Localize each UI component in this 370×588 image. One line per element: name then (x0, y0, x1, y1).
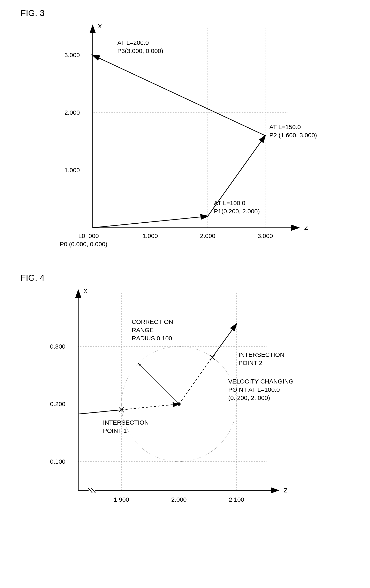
seg-in-solid (79, 410, 121, 414)
fig4-z-axis-label: Z (284, 487, 288, 494)
fig4-ztick-3: 2.100 (229, 496, 244, 503)
fig3-p3-l: AT L=200.0 (117, 39, 149, 46)
fig3-xtick-3: 3.000 (64, 52, 80, 58)
fig3-p0: P0 (0.000, 0.000) (60, 241, 107, 247)
ip1-b: POINT 1 (103, 427, 127, 434)
fig3-x-axis-label: X (98, 23, 102, 30)
fig4-svg: X Z 0.100 0.200 0.300 1.900 2.000 2.100 (31, 285, 339, 521)
fig3-p1-l: AT L=100.0 (214, 200, 245, 206)
fig3-p1: P1(0.200, 2.000) (214, 208, 260, 215)
fig4-xtick-3: 0.300 (50, 343, 65, 350)
vc-1: VELOCITY CHANGING (228, 378, 294, 385)
radius-arrow (138, 363, 179, 404)
seg-out-solid (212, 324, 236, 357)
fig4-x-axis-label: X (83, 287, 88, 294)
svg-line-10 (93, 55, 265, 136)
ip2-b: POINT 2 (238, 359, 262, 366)
vc-3: (0. 200, 2. 000) (228, 394, 270, 401)
fig4-ztick-2: 2.000 (171, 496, 186, 503)
vc-2: POINT AT L=100.0 (228, 386, 280, 393)
fig3-p0-l: L0. 000 (78, 232, 99, 239)
fig3-p3: P3(3.000, 0.000) (117, 47, 163, 54)
corr-label-3: RADIUS 0.100 (132, 335, 172, 342)
fig3-z-axis-label: Z (304, 224, 308, 231)
fig3-label: FIG. 3 (21, 8, 362, 18)
fig3-p2-l: AT L=150.0 (269, 124, 301, 130)
fig3-chart-wrap: X Z 1.000 2.000 3.000 1.000 2.000 3.000 … (8, 20, 362, 256)
fig3-svg: X Z 1.000 2.000 3.000 1.000 2.000 3.000 … (41, 20, 329, 256)
fig4-xtick-1: 0.100 (50, 458, 65, 465)
figure-3: FIG. 3 X Z (8, 8, 362, 256)
corr-label-2: RANGE (132, 326, 154, 333)
ip1-a: INTERSECTION (103, 419, 149, 426)
seg-in-dashed (121, 404, 179, 410)
ip2-a: INTERSECTION (238, 351, 284, 358)
fig4-ztick-1: 1.900 (113, 496, 129, 503)
corr-label-1: CORRECTION (132, 318, 173, 325)
fig3-p2: P2 (1.600, 3.000) (269, 132, 317, 138)
fig4-xtick-2: 0.200 (50, 400, 65, 407)
figure-4: FIG. 4 (8, 273, 362, 521)
fig3-ztick-2: 2.000 (200, 232, 215, 239)
fig3-ztick-3: 3.000 (257, 232, 273, 239)
seg-out-dashed (179, 357, 212, 404)
fig3-xtick-1: 1.000 (64, 167, 80, 173)
fig3-xtick-2: 2.000 (64, 109, 80, 116)
fig4-chart-wrap: X Z 0.100 0.200 0.300 1.900 2.000 2.100 (8, 285, 362, 521)
fig4-label: FIG. 4 (21, 273, 362, 283)
fig3-ztick-1: 1.000 (142, 232, 158, 239)
